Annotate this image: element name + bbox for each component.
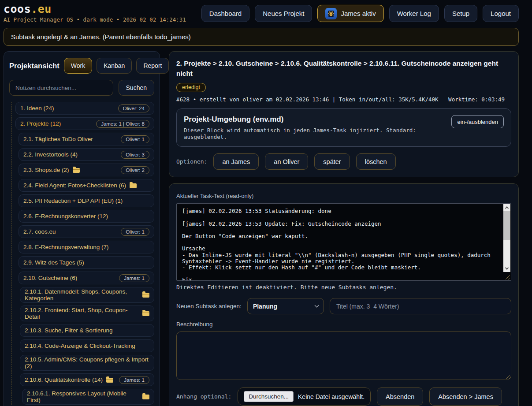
tab-report[interactable]: Report (136, 58, 169, 74)
task-text-label: Aktueller Task-Text (read-only) (176, 193, 511, 199)
description-textarea[interactable] (176, 332, 511, 380)
sidebar-item-label: 2.5. PII Redaction + DLP API (EU) (1) (23, 197, 123, 204)
nav-james-aktiv-button[interactable]: James aktiv (317, 5, 383, 22)
sidebar-item-label: 2.7. coos.eu (23, 228, 56, 235)
sidebar-item[interactable]: 2.10.1. Datenmodell: Shops, Coupons, Kat… (20, 287, 154, 303)
description-box (176, 332, 511, 380)
folder-icon (130, 183, 137, 188)
sidebar-item[interactable]: 2.10.2. Frontend: Start, Shop, Coupon-De… (20, 305, 154, 321)
owner-badge: Oliver: 2 (121, 166, 149, 174)
nav-worker-log-button[interactable]: Worker Log (389, 5, 439, 22)
project-sidebar: Projektansicht Work Kanban Report Suchen… (4, 51, 160, 406)
file-status: Keine Datei ausgewählt. (298, 393, 365, 400)
scrollbar[interactable] (503, 204, 510, 272)
app-subtitle: AI Project Manager OS • dark mode • 2026… (4, 16, 186, 23)
sidebar-item[interactable]: 2.10.5. Admin/CMS: Coupons pflegen & Imp… (20, 355, 154, 371)
content: Projektansicht Work Kanban Report Suchen… (0, 51, 532, 406)
nav-label: Logout (491, 10, 511, 17)
task-text-readonly: [james] 02.02.2026 13:53 Statusänderung:… (176, 203, 511, 281)
file-input[interactable]: Durchsuchen... Keine Datei ausgewählt. (238, 387, 371, 406)
sidebar-item[interactable]: 2.10.4. Code-Anzeige & Clickout-Tracking (20, 339, 154, 352)
nav-setup-button[interactable]: Setup (444, 5, 477, 22)
subtask-title-input[interactable] (330, 298, 511, 314)
crab-avatar-icon (325, 8, 337, 19)
nav-neues-projekt-button[interactable]: Neues Projekt (255, 5, 312, 22)
sidebar-item-label: 2. Projekte (12) (20, 120, 61, 127)
logo: coos.eu (4, 4, 186, 15)
sidebar-item-label: 2.10.6. Qualitätskontrolle (14) (25, 376, 103, 383)
sidebar-item[interactable]: 2.4. Field Agent: Fotos+Checklisten (6) (19, 179, 154, 192)
sidebar-item[interactable]: 2.10.6. Qualitätskontrolle (14)James: 1 (20, 373, 154, 386)
resize-handle[interactable] (504, 274, 510, 279)
sidebar-item-label: 2.4. Field Agent: Fotos+Checklisten (6) (23, 182, 126, 189)
sidebar-item-label: 2.10.2. Frontend: Start, Shop, Coupon-De… (25, 307, 139, 320)
owner-badge: Oliver: 1 (121, 228, 149, 236)
sidebar-item[interactable]: 2.10.3. Suche, Filter & Sortierung (20, 324, 154, 337)
nav-label: James aktiv (341, 10, 376, 17)
option-spaeter-button[interactable]: später (314, 153, 350, 170)
options-row: Optionen: an James an Oliver später lösc… (176, 153, 511, 170)
description-label: Beschreibung (176, 321, 511, 328)
new-subtask-label: Neuen Subtask anlegen: (176, 303, 242, 309)
env-toggle-button[interactable]: ein-/ausblenden (451, 115, 504, 128)
sidebar-title: Projektansicht (9, 62, 60, 70)
owner-badge: Oliver: 1 (121, 135, 149, 143)
scroll-up-icon[interactable] (503, 204, 510, 211)
env-title: Projekt-Umgebung (env.md) (184, 115, 446, 124)
sidebar-item[interactable]: 1. Ideen (24)Oliver: 24 (15, 102, 154, 115)
folder-icon (142, 293, 149, 298)
sidebar-item[interactable]: 2.8. E-Rechnungsverwaltung (7) (19, 241, 154, 253)
sidebar-item-label: 2.2. Investortools (4) (23, 151, 78, 158)
sidebar-item[interactable]: 2.6. E-Rechnungskonverter (12) (19, 210, 154, 223)
scroll-down-icon[interactable] (503, 265, 510, 272)
tab-kanban[interactable]: Kanban (97, 58, 132, 74)
tab-work[interactable]: Work (64, 58, 92, 74)
scrollbar-thumb[interactable] (503, 211, 510, 240)
nav-dashboard-button[interactable]: Dashboard (201, 5, 249, 22)
brand: coos.eu AI Project Manager OS • dark mod… (4, 4, 186, 23)
sidebar-item-label: 1. Ideen (24) (20, 105, 54, 112)
logo-main: coos (4, 3, 31, 15)
sidebar-item[interactable]: 2.10.6.1. Responsives Layout (Mobile Fir… (22, 389, 154, 405)
sidebar-header: Projektansicht Work Kanban Report (9, 58, 154, 74)
folder-icon (106, 378, 113, 383)
folder-icon (142, 395, 149, 399)
sidebar-item[interactable]: 2.5. PII Redaction + DLP API (EU) (1) (19, 194, 154, 207)
submit-james-button[interactable]: Absenden > James (429, 387, 502, 406)
notes-search-input[interactable] (9, 80, 113, 96)
main-panel: 2. Projekte > 2.10. Gutscheine > 2.10.6.… (169, 51, 519, 406)
sidebar-item[interactable]: 2.3. Shops.de (2)Oliver: 2 (19, 164, 154, 176)
nav-logout-button[interactable]: Logout (483, 5, 519, 22)
browse-button[interactable]: Durchsuchen... (244, 391, 294, 402)
env-subtitle: Dieser Block wird automatisch in jeden J… (184, 127, 446, 140)
subtask-type-select[interactable]: Planung (247, 298, 324, 314)
option-loeschen-button[interactable]: löschen (356, 153, 396, 170)
task-detail-card: Aktueller Task-Text (read-only) [james] … (169, 183, 519, 406)
sidebar-item-label: 2.8. E-Rechnungsverwaltung (7) (23, 244, 109, 250)
option-an-oliver-button[interactable]: an Oliver (265, 153, 308, 170)
sidebar-item-label: 2.10.4. Code-Anzeige & Clickout-Tracking (25, 343, 135, 349)
env-card: Projekt-Umgebung (env.md) Dieser Block w… (176, 108, 511, 147)
sidebar-item[interactable]: 2.1. Tägliches ToDo OliverOliver: 1 (19, 133, 154, 145)
sidebar-item-label: 2.10.6.1. Responsives Layout (Mobile Fir… (27, 390, 139, 403)
edit-disabled-hint: Direktes Editieren ist deaktiviert. Bitt… (176, 284, 511, 291)
sidebar-item-label: 2.10.3. Suche, Filter & Sortierung (25, 327, 113, 334)
sidebar-item-label: 2.10.5. Admin/CMS: Coupons pflegen & Imp… (25, 356, 149, 369)
sidebar-item[interactable]: 2.7. coos.euOliver: 1 (19, 225, 154, 238)
submit-row: Anhang optional: Durchsuchen... Keine Da… (176, 387, 511, 406)
nav-label: Neues Projekt (263, 10, 304, 17)
sidebar-item[interactable]: 2.2. Investortools (4)Oliver: 3 (19, 148, 154, 161)
env-text: Projekt-Umgebung (env.md) Dieser Block w… (184, 115, 446, 140)
sidebar-item[interactable]: 2. Projekte (12)James: 1 | Oliver: 8 (15, 117, 154, 130)
subtask-type-select-wrap: Planung (247, 298, 324, 314)
sidebar-item[interactable]: 2.10. Gutscheine (6)James: 1 (19, 272, 154, 284)
app-header: coos.eu AI Project Manager OS • dark mod… (0, 0, 532, 24)
folder-icon (142, 311, 149, 316)
sidebar-item-label: 2.9. Witz des Tages (5) (23, 259, 84, 266)
sidebar-item-label: 2.1. Tägliches ToDo Oliver (23, 136, 93, 142)
option-an-james-button[interactable]: an James (213, 153, 259, 170)
search-button[interactable]: Suchen (119, 80, 154, 96)
submit-button[interactable]: Absenden (377, 387, 423, 406)
owner-badge: James: 1 | Oliver: 8 (96, 120, 149, 128)
sidebar-item[interactable]: 2.9. Witz des Tages (5) (19, 256, 154, 269)
